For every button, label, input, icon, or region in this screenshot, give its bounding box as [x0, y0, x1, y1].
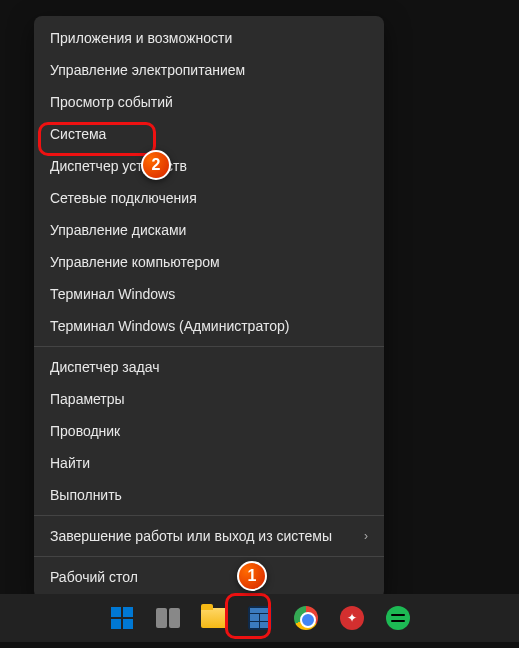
annotation-badge-1: 1: [237, 561, 267, 591]
menu-desktop[interactable]: Рабочий стол: [34, 561, 384, 593]
folder-icon: [201, 608, 227, 628]
menu-separator: [34, 346, 384, 347]
menu-label: Терминал Windows (Администратор): [50, 318, 289, 334]
menu-separator: [34, 556, 384, 557]
menu-file-explorer[interactable]: Проводник: [34, 415, 384, 447]
annotation-badge-2: 2: [141, 150, 171, 180]
task-view-button[interactable]: [149, 599, 187, 637]
menu-label: Сетевые подключения: [50, 190, 197, 206]
menu-task-manager[interactable]: Диспетчер задач: [34, 351, 384, 383]
menu-label: Найти: [50, 455, 90, 471]
red-app-icon: ✦: [340, 606, 364, 630]
menu-apps-features[interactable]: Приложения и возможности: [34, 22, 384, 54]
red-app-button[interactable]: ✦: [333, 599, 371, 637]
menu-search[interactable]: Найти: [34, 447, 384, 479]
menu-shutdown-signout[interactable]: Завершение работы или выход из системы ›: [34, 520, 384, 552]
menu-system[interactable]: Система: [34, 118, 384, 150]
menu-label: Завершение работы или выход из системы: [50, 528, 332, 544]
menu-device-manager[interactable]: Диспетчер устройств: [34, 150, 384, 182]
menu-power-options[interactable]: Управление электропитанием: [34, 54, 384, 86]
menu-computer-management[interactable]: Управление компьютером: [34, 246, 384, 278]
menu-label: Диспетчер задач: [50, 359, 160, 375]
menu-label: Управление электропитанием: [50, 62, 245, 78]
menu-label: Управление дисками: [50, 222, 186, 238]
start-button[interactable]: [103, 599, 141, 637]
menu-terminal[interactable]: Терминал Windows: [34, 278, 384, 310]
menu-run[interactable]: Выполнить: [34, 479, 384, 511]
menu-disk-management[interactable]: Управление дисками: [34, 214, 384, 246]
menu-label: Терминал Windows: [50, 286, 175, 302]
menu-label: Выполнить: [50, 487, 122, 503]
windows-logo-icon: [111, 607, 133, 629]
spotify-icon: [386, 606, 410, 630]
menu-separator: [34, 515, 384, 516]
calculator-button[interactable]: [241, 599, 279, 637]
winx-context-menu: Приложения и возможности Управление элек…: [34, 16, 384, 599]
chrome-icon: [294, 606, 318, 630]
calculator-icon: [248, 606, 272, 630]
desktop: Приложения и возможности Управление элек…: [0, 0, 519, 648]
menu-label: Управление компьютером: [50, 254, 220, 270]
menu-label: Проводник: [50, 423, 120, 439]
file-explorer-button[interactable]: [195, 599, 233, 637]
menu-label: Просмотр событий: [50, 94, 173, 110]
menu-label: Параметры: [50, 391, 125, 407]
chevron-right-icon: ›: [364, 529, 368, 543]
task-view-icon: [156, 608, 180, 628]
menu-label: Приложения и возможности: [50, 30, 232, 46]
spotify-button[interactable]: [379, 599, 417, 637]
menu-label: Рабочий стол: [50, 569, 138, 585]
taskbar: ✦: [0, 594, 519, 642]
menu-settings[interactable]: Параметры: [34, 383, 384, 415]
menu-label: Система: [50, 126, 106, 142]
menu-terminal-admin[interactable]: Терминал Windows (Администратор): [34, 310, 384, 342]
menu-network-connections[interactable]: Сетевые подключения: [34, 182, 384, 214]
chrome-button[interactable]: [287, 599, 325, 637]
menu-event-viewer[interactable]: Просмотр событий: [34, 86, 384, 118]
